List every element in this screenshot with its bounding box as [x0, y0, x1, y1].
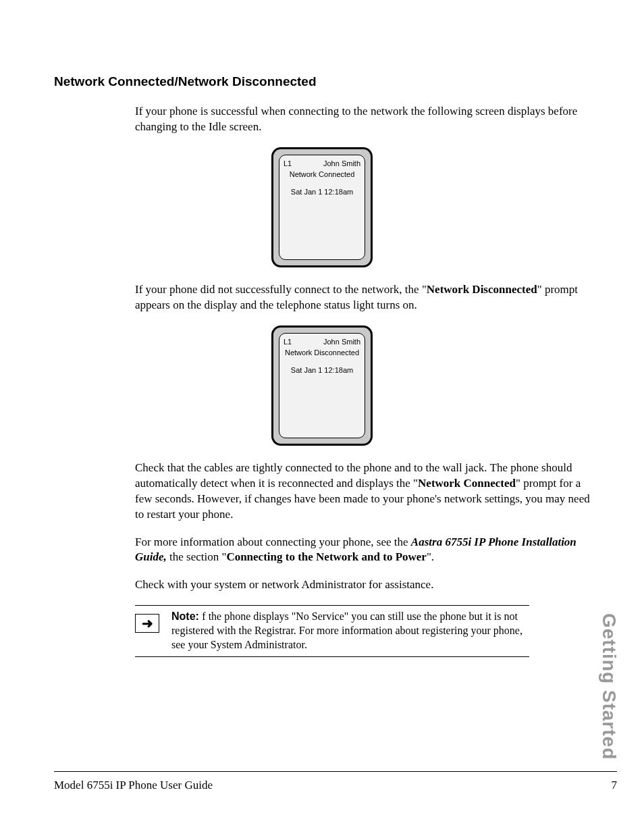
page-number: 7 — [612, 779, 618, 792]
network-disconnected-term: Network Disconnected — [427, 283, 537, 296]
paragraph-5: Check with your system or network Admini… — [135, 577, 590, 593]
paragraph-3: Check that the cables are tightly connec… — [135, 461, 590, 523]
phone-screen-disconnected: L1 John Smith Network Disconnected Sat J… — [271, 325, 373, 446]
screen2-datetime: Sat Jan 1 12:18am — [284, 366, 360, 374]
note-text: Note: f the phone displays "No Service" … — [171, 610, 529, 652]
section-heading: Network Connected/Network Disconnected — [54, 74, 590, 89]
phone-screen-connected: L1 John Smith Network Connected Sat Jan … — [271, 147, 373, 267]
paragraph-2: If your phone did not successfully conne… — [135, 282, 590, 313]
text: the section " — [167, 550, 227, 563]
screen2-line: L1 — [284, 338, 292, 346]
note-label: Note: — [171, 610, 202, 622]
screen1-name: John Smith — [323, 159, 360, 167]
network-connected-term: Network Connected — [418, 477, 516, 490]
paragraph-1: If your phone is successful when connect… — [135, 104, 590, 135]
screen1-line: L1 — [284, 159, 292, 167]
arrow-icon: ➜ — [135, 614, 159, 633]
section-ref: Connecting to the Network and to Power — [226, 550, 427, 563]
paragraph-4: For more information about connecting yo… — [135, 535, 590, 566]
page-footer: Model 6755i IP Phone User Guide 7 — [54, 779, 617, 792]
footer-title: Model 6755i IP Phone User Guide — [54, 779, 213, 792]
text: For more information about connecting yo… — [135, 536, 411, 548]
screen2-name: John Smith — [323, 338, 360, 346]
text: If your phone did not successfully conne… — [135, 283, 427, 296]
footer-rule — [54, 771, 617, 772]
section-tab: Getting Started — [598, 613, 620, 760]
screen1-status: Network Connected — [284, 170, 360, 178]
screen2-status: Network Disconnected — [284, 348, 360, 357]
screen1-datetime: Sat Jan 1 12:18am — [284, 188, 360, 196]
note-block: ➜ Note: f the phone displays "No Service… — [135, 605, 529, 656]
text: ". — [427, 550, 434, 563]
note-body: f the phone displays "No Service" you ca… — [171, 610, 522, 650]
